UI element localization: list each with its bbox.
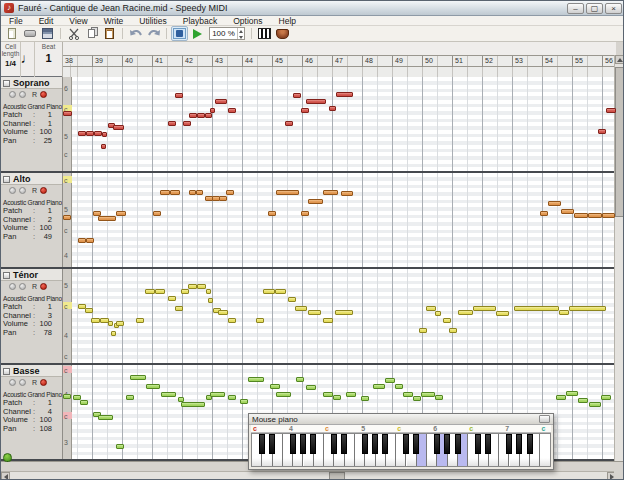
midi-note[interactable]	[210, 108, 215, 113]
midi-note[interactable]	[215, 99, 227, 104]
midi-note[interactable]	[136, 318, 144, 323]
horizontal-scroll-thumb[interactable]	[329, 472, 345, 480]
midi-note[interactable]	[346, 392, 356, 397]
copy-button[interactable]	[83, 26, 100, 41]
midi-note[interactable]	[548, 201, 561, 206]
midi-note[interactable]	[276, 190, 299, 195]
piano-key-black[interactable]	[259, 434, 265, 454]
midi-note[interactable]	[323, 318, 333, 323]
midi-note[interactable]	[275, 289, 286, 294]
piano-key-black[interactable]	[341, 434, 347, 454]
mouse-piano-titlebar[interactable]: Mouse piano	[249, 414, 553, 425]
ruler-measure[interactable]: 44	[243, 56, 273, 67]
midi-note[interactable]	[602, 213, 615, 218]
midi-note[interactable]	[101, 144, 106, 149]
midi-note[interactable]	[189, 113, 197, 118]
track-toggle-icon[interactable]	[19, 379, 26, 386]
midi-note[interactable]	[218, 310, 228, 315]
midi-note[interactable]	[248, 377, 264, 382]
midi-note[interactable]	[98, 216, 116, 221]
midi-note[interactable]	[175, 93, 183, 98]
midi-note[interactable]	[395, 384, 403, 389]
track-checkbox-icon[interactable]	[3, 368, 10, 375]
record-indicator-icon[interactable]	[40, 91, 47, 98]
midi-note[interactable]	[116, 444, 124, 449]
midi-note[interactable]	[228, 318, 236, 323]
midi-note[interactable]	[197, 284, 206, 289]
midi-note[interactable]	[566, 391, 578, 396]
midi-note[interactable]	[578, 398, 588, 403]
piano-key-black[interactable]	[269, 434, 275, 454]
midi-note[interactable]	[116, 321, 124, 326]
zoom-spinner[interactable]: 100 %	[209, 27, 245, 40]
piano-key-white[interactable]	[540, 434, 550, 466]
ruler-measure[interactable]: 54	[543, 56, 573, 67]
piano-key-black[interactable]	[506, 434, 512, 454]
midi-note[interactable]	[449, 328, 457, 333]
ruler-measure[interactable]: 47	[333, 56, 363, 67]
track-piano-roll-grid[interactable]: 6c5c	[63, 77, 616, 171]
midi-note[interactable]	[80, 400, 88, 405]
midi-note[interactable]	[155, 289, 165, 294]
midi-note[interactable]	[130, 375, 146, 380]
mouse-piano-button[interactable]	[256, 26, 273, 41]
stop-button[interactable]	[171, 26, 188, 41]
piano-key-black[interactable]	[382, 434, 388, 454]
midi-note[interactable]	[435, 311, 441, 316]
track-toggle-icon[interactable]	[19, 187, 26, 194]
menu-view[interactable]: View	[61, 16, 95, 26]
ruler-measure[interactable]: 41	[153, 56, 183, 67]
cell-length-value[interactable]: 1/4	[5, 59, 16, 68]
track-toggle-icon[interactable]	[19, 91, 26, 98]
menu-utilities[interactable]: Utilities	[131, 16, 174, 26]
midi-note[interactable]	[63, 215, 71, 220]
midi-note[interactable]	[588, 213, 602, 218]
midi-note[interactable]	[403, 392, 413, 397]
play-button[interactable]	[189, 26, 206, 41]
cut-button[interactable]	[65, 26, 82, 41]
midi-note[interactable]	[228, 395, 236, 400]
midi-note[interactable]	[146, 384, 160, 389]
menu-file[interactable]: File	[1, 16, 31, 26]
midi-note[interactable]	[276, 392, 291, 397]
ruler-beat-row[interactable]	[63, 67, 616, 77]
midi-note[interactable]	[514, 306, 559, 311]
midi-note[interactable]	[63, 394, 71, 399]
midi-note[interactable]	[226, 190, 234, 195]
midi-note[interactable]	[210, 392, 225, 397]
piano-key-black[interactable]	[434, 434, 440, 454]
vertical-scrollbar[interactable]	[614, 55, 623, 471]
midi-note[interactable]	[126, 395, 134, 400]
midi-note[interactable]	[323, 190, 338, 195]
midi-note[interactable]	[168, 296, 176, 301]
midi-note[interactable]	[295, 306, 307, 311]
save-button[interactable]	[39, 26, 56, 41]
midi-note[interactable]	[86, 131, 94, 136]
midi-note[interactable]	[589, 402, 601, 407]
ruler-measure[interactable]: 51	[453, 56, 483, 67]
midi-note[interactable]	[160, 190, 170, 195]
midi-note[interactable]	[335, 310, 353, 315]
ruler-measure[interactable]: 39	[93, 56, 123, 67]
midi-note[interactable]	[153, 211, 161, 216]
midi-note[interactable]	[188, 284, 197, 289]
midi-note[interactable]	[323, 392, 333, 397]
midi-note[interactable]	[102, 132, 107, 137]
record-indicator-icon[interactable]	[40, 187, 47, 194]
midi-note[interactable]	[559, 310, 569, 315]
track-toggle-icon[interactable]	[9, 379, 16, 386]
mouse-piano-close-button[interactable]	[539, 415, 550, 423]
midi-note[interactable]	[329, 106, 336, 111]
midi-note[interactable]	[86, 238, 94, 243]
ruler-measure[interactable]: 48	[363, 56, 393, 67]
zoom-down-icon[interactable]	[238, 34, 244, 40]
midi-note[interactable]	[561, 209, 574, 214]
midi-note[interactable]	[308, 310, 321, 315]
record-indicator-icon[interactable]	[40, 379, 47, 386]
piano-key-black[interactable]	[362, 434, 368, 454]
midi-note[interactable]	[308, 199, 323, 204]
minimize-button[interactable]: –	[567, 3, 584, 14]
menu-playback[interactable]: Playback	[175, 16, 226, 26]
scroll-left-icon[interactable]	[1, 472, 10, 480]
midi-note[interactable]	[175, 306, 183, 311]
